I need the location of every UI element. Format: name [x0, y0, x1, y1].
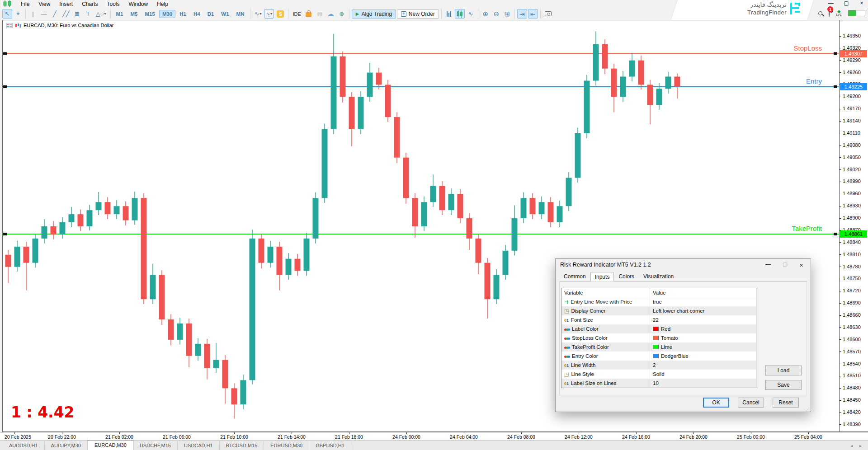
dialog-minimize-button[interactable]: —: [765, 261, 771, 269]
close-button[interactable]: ×: [857, 0, 866, 6]
menu-item-tools[interactable]: Tools: [103, 0, 124, 8]
signals-button[interactable]: ((•)): [315, 9, 325, 19]
text-tool-button[interactable]: T: [83, 9, 93, 19]
dialog-tab-visualization[interactable]: Visualization: [639, 272, 678, 281]
candle: [638, 61, 644, 85]
timeframe-button-h1[interactable]: H1: [176, 10, 189, 18]
chart-tab-audusd-h1[interactable]: AUDUSD,H1: [3, 441, 45, 450]
ide-button[interactable]: IDE: [291, 9, 302, 19]
dialog-tab-common[interactable]: Common: [559, 272, 590, 281]
input-row-label-color[interactable]: Label ColorRed: [561, 324, 756, 333]
candle: [512, 218, 518, 251]
input-row-label-size-on-lines[interactable]: 01Label Size on Lines10: [561, 379, 756, 388]
time-axis[interactable]: 20 Feb 202520 Feb 22:0021 Feb 02:0021 Fe…: [0, 432, 868, 441]
menu-item-charts[interactable]: Charts: [77, 0, 102, 8]
indicators-button[interactable]: ∿̗▾: [264, 9, 274, 19]
price-axis[interactable]: 1.493501.493201.492901.492601.492301.492…: [839, 20, 868, 431]
horizontal-line-tool-button[interactable]: —: [39, 9, 49, 19]
cancel-button[interactable]: Cancel: [738, 398, 764, 408]
copy-trading-button[interactable]: ⊚: [337, 9, 347, 19]
input-row-entry-line-move-with-price[interactable]: ⇉Entry Line Move with Pricetrue: [561, 297, 756, 306]
price-tick-mark: [840, 169, 841, 170]
zoom-out-button[interactable]: ⊖: [491, 9, 501, 19]
zoom-in-button[interactable]: ⊕: [481, 9, 491, 19]
chart-tab-usdcad-h1[interactable]: USDCAD,H1: [178, 441, 220, 450]
chart-shift-button[interactable]: ⇤: [528, 9, 538, 19]
input-row-entry-color[interactable]: Entry ColorDodgerBlue: [561, 352, 756, 361]
timeframe-button-w1[interactable]: W1: [218, 10, 232, 18]
chart-tab-eurusd-m30[interactable]: EURUSD,M30: [264, 441, 309, 450]
risk-reward-ratio-label: 1 : 4.42: [11, 403, 75, 421]
menu-item-window[interactable]: Window: [124, 0, 153, 8]
line-chart-type-button[interactable]: ∿: [466, 9, 476, 19]
vertical-line-tool-button[interactable]: |: [28, 9, 38, 19]
dialog-tab-colors[interactable]: Colors: [614, 272, 639, 281]
dialog-close-button[interactable]: ×: [799, 261, 803, 269]
menu-item-insert[interactable]: Insert: [55, 0, 77, 8]
market-button[interactable]: [304, 9, 314, 19]
channel-tool-button[interactable]: ╱╱: [61, 9, 71, 19]
load-button[interactable]: Load: [765, 366, 802, 375]
dialog-tab-inputs[interactable]: Inputs: [590, 272, 614, 281]
search-icon[interactable]: [818, 11, 822, 15]
algo-trading-button[interactable]: ▶ Algo Trading: [352, 9, 396, 19]
level-indicator[interactable]: ◆LVL: [836, 9, 842, 17]
reset-button[interactable]: Reset: [773, 398, 799, 408]
input-row-takeprofit-color[interactable]: TakeProfit ColorLime: [561, 342, 756, 352]
save-button[interactable]: Save: [765, 380, 802, 390]
resize-grip[interactable]: ⋰: [806, 407, 810, 412]
input-row-line-style[interactable]: ◳Line StyleSolid: [561, 370, 756, 379]
shapes-tool-button[interactable]: △○▾: [94, 9, 108, 19]
input-row-font-size[interactable]: 01Font Size22: [561, 315, 756, 324]
play-icon: ▶: [356, 11, 359, 16]
input-row-stoploss-color[interactable]: StopLoss ColorTomato: [561, 333, 756, 342]
trendline-tool-button[interactable]: ╱: [50, 9, 60, 19]
dialog-maximize-button[interactable]: ▢: [783, 261, 788, 269]
menu-item-view[interactable]: View: [34, 0, 55, 8]
chart-tab-audjpy-m30[interactable]: AUDJPY,M30: [45, 441, 88, 450]
tile-windows-button[interactable]: ⊞: [502, 9, 512, 19]
crosshair-tool-button[interactable]: ⌖: [13, 9, 23, 19]
timeframe-button-h4[interactable]: H4: [190, 10, 203, 18]
timeframe-button-d1[interactable]: D1: [204, 10, 217, 18]
market-watch-button[interactable]: $: [275, 9, 286, 19]
chart-tab-usdchf-m15[interactable]: USDCHF,M15: [133, 441, 178, 450]
minimize-button[interactable]: —: [826, 0, 835, 6]
input-row-line-width[interactable]: 01Line Width2: [561, 361, 756, 370]
timeframe-button-m15[interactable]: M15: [142, 10, 158, 18]
chart-tab-eurcad-m30[interactable]: EURCAD,M30: [88, 440, 133, 450]
dialog-title-bar[interactable]: Risk Reward Indicator MT5 V1.2 1.2 — ▢ ×: [556, 259, 811, 271]
candle: [539, 202, 545, 214]
profile-button[interactable]: 1: [829, 9, 830, 17]
rgb-icon: [564, 326, 570, 332]
cloud-button[interactable]: ☁: [326, 9, 336, 19]
menu-item-file[interactable]: File: [16, 0, 34, 8]
timeframe-button-m30[interactable]: M30: [159, 10, 175, 18]
timeframe-button-m5[interactable]: M5: [127, 10, 141, 18]
fibonacci-tool-button[interactable]: ≣: [72, 9, 82, 19]
timeframe-button-mn[interactable]: MN: [233, 10, 248, 18]
input-row-display-corner[interactable]: ◳Display CornerLeft lower chart corner: [561, 306, 756, 315]
timeframe-button-m1[interactable]: M1: [113, 10, 127, 18]
cursor-tool-button[interactable]: ↖: [2, 9, 12, 19]
tab-scroll-arrows[interactable]: ◂ ▸: [850, 443, 864, 448]
screenshot-button[interactable]: [543, 9, 553, 19]
time-tick-label: 24 Feb 08:00: [507, 434, 535, 440]
auto-scroll-button[interactable]: ⇥: [517, 9, 527, 19]
price-tick-label: 1.48390: [843, 422, 861, 427]
restore-button[interactable]: ▢: [842, 0, 851, 6]
chart-style-button[interactable]: ∿▾: [253, 9, 264, 19]
candle: [60, 222, 66, 234]
chart-tab-gbpusd-h1[interactable]: GBPUSD,H1: [309, 441, 351, 450]
bar-chart-type-button[interactable]: [444, 9, 454, 19]
chart-tab-btcusd-m15[interactable]: BTCUSD,M15: [220, 441, 264, 450]
price-tick-mark: [840, 60, 841, 61]
candle: [620, 77, 626, 97]
new-order-button[interactable]: + New Order: [397, 9, 439, 19]
candle: [114, 206, 120, 214]
candlestick-chart-type-button[interactable]: [455, 9, 465, 19]
menu-item-help[interactable]: Help: [152, 0, 173, 8]
variable-label: Entry Color: [572, 353, 598, 359]
ok-button[interactable]: OK: [703, 398, 729, 408]
candle: [575, 133, 581, 178]
